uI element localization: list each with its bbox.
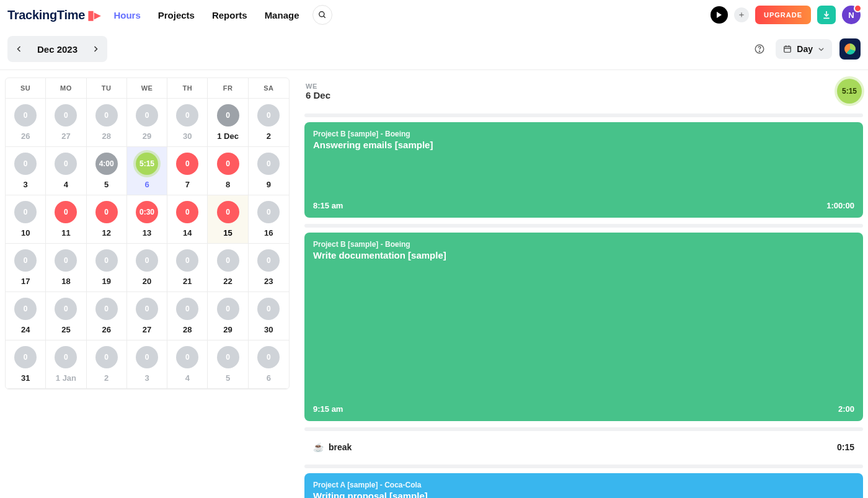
- calendar-day-cell[interactable]: 01 Dec: [208, 99, 248, 147]
- analytics-button[interactable]: [839, 38, 861, 60]
- calendar-day-cell[interactable]: 04: [46, 147, 86, 195]
- day-hours-badge: 0: [55, 153, 77, 175]
- calendar-day-cell[interactable]: 031: [6, 340, 46, 389]
- day-hours-badge: 0: [176, 201, 198, 223]
- calendar-day-cell[interactable]: 09: [249, 147, 289, 195]
- entry-duration: 1:00:00: [826, 201, 854, 210]
- time-entry[interactable]: Project B [sample] - BoeingAnswering ema…: [304, 122, 863, 218]
- calendar-day-cell[interactable]: 03: [127, 340, 167, 389]
- help-button[interactable]: [751, 40, 768, 58]
- period-prev-button[interactable]: [10, 38, 29, 60]
- day-hours-badge: 0: [257, 201, 280, 223]
- coffee-icon: ☕: [313, 442, 324, 452]
- calendar-day-cell[interactable]: 026: [6, 99, 46, 147]
- calendar-day-cell[interactable]: 028: [87, 99, 127, 147]
- day-number-label: 3: [24, 180, 28, 189]
- calendar-day-cell[interactable]: 028: [167, 292, 208, 340]
- calendar-day-cell[interactable]: 03: [6, 147, 46, 195]
- day-hours-badge: 0: [136, 249, 158, 272]
- play-button[interactable]: [711, 6, 728, 24]
- logo[interactable]: TrackingTime ▮▸: [7, 7, 100, 22]
- calendar-day-cell[interactable]: 029: [208, 292, 248, 340]
- calendar-day-cell[interactable]: 08: [208, 147, 248, 195]
- calendar-day-cell[interactable]: 012: [87, 195, 127, 244]
- entry-start-time: 9:15 am: [313, 404, 343, 414]
- day-number-label: 13: [143, 228, 151, 238]
- day-number-label: 29: [223, 325, 232, 334]
- calendar-day-cell[interactable]: 018: [46, 244, 86, 292]
- calendar-day-cell[interactable]: 026: [87, 292, 127, 340]
- calendar-day-cell[interactable]: 011: [46, 195, 86, 244]
- calendar-day-cell[interactable]: 019: [87, 244, 127, 292]
- calendar-day-cell[interactable]: 030: [167, 99, 208, 147]
- view-select[interactable]: Day: [776, 39, 832, 59]
- calendar-day-cell[interactable]: 07: [167, 147, 208, 195]
- calendar-day-cell[interactable]: 030: [249, 292, 289, 340]
- calendar-day-cell[interactable]: 014: [167, 195, 208, 244]
- day-hours-badge: 0: [217, 153, 239, 175]
- nav-hours[interactable]: Hours: [113, 10, 140, 20]
- avatar[interactable]: N: [842, 6, 861, 24]
- nav-projects[interactable]: Projects: [158, 10, 195, 20]
- day-hours-badge: 0: [217, 104, 239, 127]
- pie-chart-icon: [844, 43, 856, 55]
- nav-reports[interactable]: Reports: [212, 10, 247, 20]
- day-number-label: 7: [185, 180, 190, 189]
- logo-mark: ▮▸: [87, 7, 100, 22]
- calendar-day-cell[interactable]: 016: [249, 195, 289, 244]
- day-number-label: 30: [264, 325, 273, 334]
- day-number-label: 4: [64, 180, 68, 189]
- calendar-day-cell[interactable]: 5:156: [127, 147, 167, 195]
- day-hours-badge: 0: [55, 249, 77, 272]
- calendar-day-cell[interactable]: 05: [208, 340, 248, 389]
- day-hours-badge: 0: [55, 298, 77, 320]
- add-button[interactable]: ＋: [734, 7, 749, 22]
- day-panel: WE 6 Dec 5:15 Project B [sample] - Boein…: [294, 70, 868, 498]
- calendar-icon: [783, 45, 792, 53]
- calendar-day-cell[interactable]: 0:3013: [127, 195, 167, 244]
- calendar-day-cell[interactable]: 022: [208, 244, 248, 292]
- calendar-day-cell[interactable]: 017: [6, 244, 46, 292]
- calendar-day-cell[interactable]: 020: [127, 244, 167, 292]
- calendar-day-cell[interactable]: 027: [127, 292, 167, 340]
- day-hours-badge: 0: [257, 249, 280, 272]
- day-hours-badge: 0: [176, 298, 198, 320]
- svg-point-4: [760, 51, 760, 51]
- download-button[interactable]: [817, 6, 836, 24]
- calendar-day-cell[interactable]: 010: [6, 195, 46, 244]
- day-number-label: 20: [143, 277, 151, 286]
- calendar-day-cell[interactable]: 04: [167, 340, 208, 389]
- day-hours-badge: 0: [217, 249, 239, 272]
- calendar-day-cell[interactable]: 025: [46, 292, 86, 340]
- entry-start-time: 8:15 am: [313, 201, 343, 210]
- day-number-label: 26: [102, 325, 110, 334]
- calendar-day-cell[interactable]: 02: [87, 340, 127, 389]
- day-number-label: 3: [144, 373, 149, 383]
- calendar-day-cell[interactable]: 01 Jan: [46, 340, 86, 389]
- time-entry[interactable]: Project B [sample] - BoeingWrite documen…: [304, 233, 863, 421]
- calendar-day-cell[interactable]: 024: [6, 292, 46, 340]
- day-hours-badge: 0: [136, 346, 158, 368]
- calendar-day-cell[interactable]: 015: [208, 195, 248, 244]
- calendar-day-cell[interactable]: 021: [167, 244, 208, 292]
- calendar-day-cell[interactable]: 029: [127, 99, 167, 147]
- period-next-button[interactable]: [86, 38, 105, 60]
- time-entry[interactable]: Project A [sample] - Coca-ColaWriting pr…: [304, 473, 863, 498]
- day-hours-badge: 0: [95, 298, 118, 320]
- chevron-down-icon: [818, 46, 825, 53]
- search-icon: [318, 11, 327, 19]
- chevron-left-icon: [16, 45, 23, 53]
- calendar-day-cell[interactable]: 023: [249, 244, 289, 292]
- entry-duration: 2:00: [838, 404, 854, 414]
- day-number-label: 4: [185, 373, 190, 383]
- break-entry[interactable]: ☕break0:15: [304, 436, 863, 458]
- calendar-day-cell[interactable]: 027: [46, 99, 86, 147]
- timeline-track: [304, 224, 863, 228]
- calendar-day-cell[interactable]: 4:005: [87, 147, 127, 195]
- calendar-day-cell[interactable]: 02: [249, 99, 289, 147]
- upgrade-button[interactable]: UPGRADE: [755, 6, 811, 24]
- search-button[interactable]: [312, 5, 332, 25]
- calendar-day-cell[interactable]: 06: [249, 340, 289, 389]
- nav-manage[interactable]: Manage: [265, 10, 299, 20]
- day-number-label: 10: [21, 228, 30, 238]
